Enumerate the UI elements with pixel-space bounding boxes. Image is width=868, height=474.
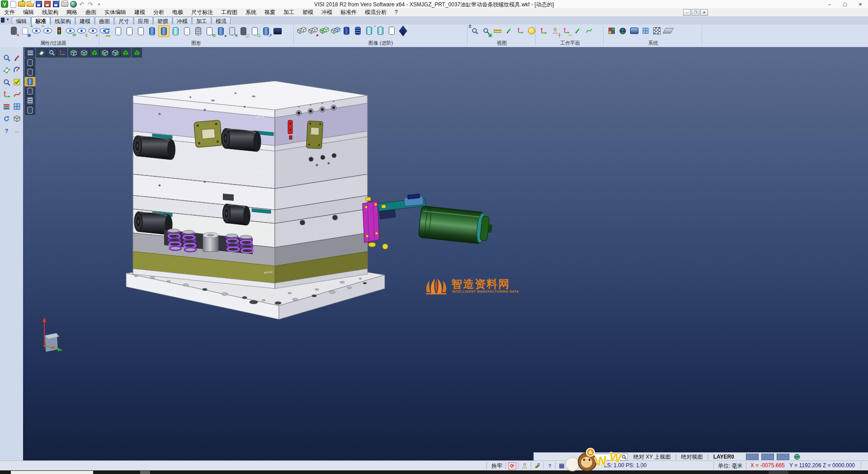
layer-swatch-1[interactable] — [746, 454, 759, 460]
zoom-dynamic-icon[interactable] — [1, 76, 12, 88]
mold-assembly-model[interactable]: DATUM DATUM DATUM DATUM DATUM DATUM — [23, 47, 868, 460]
side-latch-plate[interactable] — [306, 121, 323, 149]
erase-icon[interactable] — [12, 52, 22, 64]
layer-swatch-3[interactable] — [777, 454, 789, 460]
tab-modeling[interactable]: 建模 — [75, 17, 94, 24]
filter-delete-icon[interactable]: ✕ — [9, 25, 19, 36]
solid-tools-icon[interactable]: ✕ — [227, 26, 237, 37]
view-axis-icon[interactable] — [515, 25, 525, 36]
material-gem-icon[interactable] — [398, 25, 408, 36]
cube-pair-icon[interactable] — [296, 25, 307, 36]
tool-icon[interactable] — [533, 462, 541, 469]
tab-edit[interactable]: 编辑 — [12, 17, 31, 24]
layer-aqua-icon[interactable] — [364, 25, 374, 36]
tab-application[interactable]: 应用 — [134, 17, 153, 24]
zoom-extents-icon[interactable]: ▣ — [481, 25, 491, 36]
viewports-icon[interactable] — [12, 100, 22, 113]
menu-solid-edit[interactable]: 实体编辑 — [100, 9, 130, 16]
plane-select-icon[interactable] — [1, 64, 12, 76]
workplane-person-icon[interactable]: ┼ — [550, 25, 560, 36]
show-remove-icon[interactable]: − — [42, 25, 53, 36]
wireframe-style-icon[interactable] — [113, 26, 123, 37]
plane-settings-icon[interactable] — [663, 25, 673, 36]
menu-surface[interactable]: 曲面 — [81, 9, 100, 16]
view-mode-label[interactable]: 绝对 XY 上视图 — [633, 453, 670, 461]
color-settings-icon[interactable] — [606, 25, 617, 36]
lock-label[interactable]: 拴牢 — [491, 462, 502, 470]
shaded-edges-style-icon[interactable] — [158, 25, 170, 37]
tab-surface[interactable]: 曲面 — [95, 17, 114, 24]
compass-icon[interactable] — [12, 64, 22, 76]
zoom-inout-icon[interactable]: ± — [470, 25, 480, 36]
solid-select-icon[interactable]: ▸ — [216, 26, 226, 37]
menu-help[interactable]: ? — [391, 9, 402, 15]
filter-page-icon[interactable]: ◉ — [20, 25, 30, 36]
layer-swatch-2[interactable] — [761, 454, 774, 460]
layer-label[interactable]: LAYER0 — [713, 454, 734, 460]
user-icon[interactable] — [521, 462, 528, 469]
menu-wireframe[interactable]: 线架构 — [38, 9, 62, 16]
layer-striped-icon[interactable] — [353, 25, 363, 36]
regen-solid-icon[interactable]: ⟲ — [204, 26, 215, 37]
filter-traffic-icon[interactable] — [54, 25, 64, 36]
regen-icon[interactable] — [1, 113, 12, 125]
sync-icon[interactable]: ⟳ — [508, 462, 516, 470]
show-add-icon[interactable]: + — [31, 25, 42, 36]
show-refresh-icon[interactable]: ⟳ — [65, 25, 75, 36]
scene-preview-icon[interactable] — [272, 26, 283, 37]
solid-view-icon[interactable] — [12, 113, 22, 125]
menu-die[interactable]: 冲模 — [317, 9, 336, 16]
tab-mold[interactable]: 塑膜 — [153, 17, 172, 24]
tab-dropdown-icon[interactable]: ▼ — [6, 18, 9, 22]
hatched-style-icon[interactable] — [193, 26, 203, 37]
grid-settings-icon[interactable] — [651, 25, 662, 36]
tab-machining[interactable]: 加工 — [192, 17, 211, 24]
help-icon[interactable]: ? — [546, 462, 553, 469]
menu-standard-parts[interactable]: 标准件 — [336, 9, 361, 16]
workplane-ruler-icon[interactable]: ▭ — [561, 25, 571, 36]
menu-electrode[interactable]: 电极 — [168, 9, 187, 16]
menu-modeling[interactable]: 建模 — [130, 9, 149, 16]
tab-standard[interactable]: 标准 — [31, 17, 50, 24]
world-icon[interactable] — [794, 454, 800, 460]
menu-machining[interactable]: 加工 — [279, 9, 298, 16]
attributes-icon[interactable] — [1, 100, 12, 113]
minimize-button[interactable]: – — [822, 0, 837, 8]
workplane-align-icon[interactable] — [572, 25, 583, 36]
menu-dimension[interactable]: 尺寸标注 — [187, 9, 217, 16]
sketch-icon[interactable] — [504, 25, 514, 36]
menu-window[interactable]: 视窗 — [260, 9, 279, 16]
ghost-style-icon[interactable] — [182, 26, 192, 37]
cube-green-icon[interactable] — [319, 25, 329, 36]
maximize-button[interactable]: ▢ — [837, 0, 853, 8]
confirm-icon[interactable] — [12, 76, 22, 88]
transparent-style-icon[interactable] — [170, 26, 181, 37]
tab-die[interactable]: 冲模 — [173, 17, 192, 24]
front-latch-plate[interactable] — [194, 120, 222, 147]
menu-edit[interactable]: 编辑 — [19, 9, 38, 16]
mdi-restore-button[interactable]: ❐ — [692, 9, 699, 16]
menu-mesh[interactable]: 网格 — [62, 9, 81, 16]
cube-group-icon[interactable] — [330, 25, 340, 36]
show-plusminus-icon[interactable]: ± — [76, 25, 87, 36]
ucs-icon[interactable] — [1, 88, 12, 100]
dashed-style-icon[interactable] — [136, 26, 146, 37]
menu-file[interactable]: 文件 — [0, 9, 19, 16]
menu-system[interactable]: 系统 — [241, 9, 260, 16]
workplane-green-icon[interactable] — [584, 25, 594, 36]
hydraulic-cylinder-assembly[interactable] — [363, 194, 494, 249]
solid-export-icon[interactable]: ↗ — [261, 26, 271, 37]
tab-dimension[interactable]: 尺寸 — [114, 17, 133, 24]
show-plus-icon[interactable]: ＋ — [88, 25, 98, 36]
table-settings-icon[interactable] — [640, 25, 651, 36]
menu-drawing[interactable]: 工程图 — [217, 9, 241, 16]
taskbar-item[interactable] — [140, 471, 150, 474]
solid-recycle-icon[interactable]: ♺ — [250, 26, 260, 37]
mdi-close-button[interactable]: ✕ — [700, 9, 708, 16]
absolute-view-label[interactable]: 绝对视图 — [681, 453, 703, 461]
world-settings-icon[interactable] — [618, 25, 628, 36]
layer-ghost-icon[interactable] — [387, 25, 397, 36]
layer-solid-icon[interactable] — [341, 25, 352, 36]
mold-plate-stack[interactable] — [133, 81, 368, 289]
close-button[interactable]: ✕ — [853, 0, 868, 8]
